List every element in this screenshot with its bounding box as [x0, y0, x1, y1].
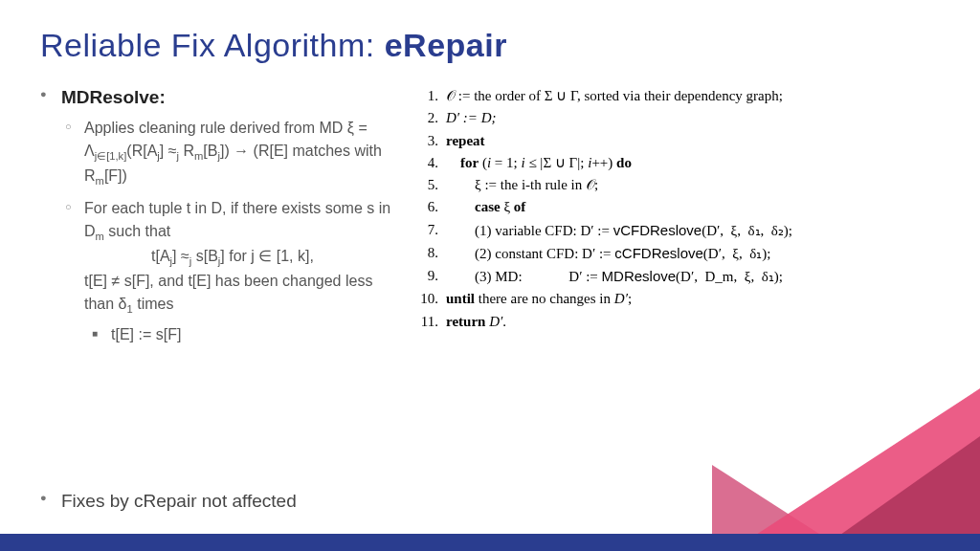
- left-column: MDResolve: Applies cleaning rule derived…: [40, 85, 394, 354]
- algo-line-6: case ξ of: [446, 196, 525, 218]
- right-column: 1.𝒪 := the order of Σ ∪ Γ, sorted via th…: [413, 85, 940, 354]
- algo-line-5: ξ := the i-th rule in 𝒪;: [446, 174, 598, 196]
- algo-line-1: 𝒪 := the order of Σ ∪ Γ, sorted via thei…: [446, 85, 783, 107]
- mdresolve-heading: MDResolve:: [61, 87, 166, 107]
- algo-line-4: for (i = 1; i ≤ |Σ ∪ Γ|; i++) do: [446, 152, 632, 174]
- algorithm-listing: 1.𝒪 := the order of Σ ∪ Γ, sorted via th…: [413, 85, 940, 333]
- sub-bullet-2-line2: t[Aj] ≈j s[Bj] for j ∈ [1, k],: [84, 245, 394, 270]
- subsub-bullet-1: t[E] := s[F]: [84, 323, 394, 346]
- slide: Reliable Fix Algorithm: eRepair MDResolv…: [0, 0, 980, 551]
- algo-line-3: repeat: [446, 130, 485, 152]
- bullet-mdresolve: MDResolve: Applies cleaning rule derived…: [40, 85, 394, 346]
- content-columns: MDResolve: Applies cleaning rule derived…: [40, 85, 940, 354]
- slide-title: Reliable Fix Algorithm: eRepair: [40, 27, 940, 64]
- algo-line-2: D′ := D;: [446, 107, 497, 129]
- bottom-bullet-area: Fixes by cRepair not affected: [40, 489, 297, 522]
- algo-line-9: (3) MD: D′ := MDReslove(D′, D_m, ξ, δ₁);: [446, 265, 783, 288]
- bottom-bar: [0, 534, 980, 551]
- sub-bullet-2: For each tuple t in D, if there exists s…: [61, 197, 394, 346]
- algo-line-8: (2) constant CFD: D′ := cCFDReslove(D′, …: [446, 242, 770, 265]
- title-prefix: Reliable Fix Algorithm:: [40, 27, 385, 63]
- algo-line-10: until there are no changes in D′;: [446, 288, 632, 310]
- title-bold: eRepair: [385, 27, 507, 63]
- algo-line-11: return D′.: [446, 311, 506, 333]
- bullet-fixes: Fixes by cRepair not affected: [40, 489, 297, 515]
- algo-line-7: (1) variable CFD: D′ := vCFDReslove(D′, …: [446, 219, 792, 242]
- sub-bullet-1: Applies cleaning rule derived from MD ξ …: [61, 117, 394, 189]
